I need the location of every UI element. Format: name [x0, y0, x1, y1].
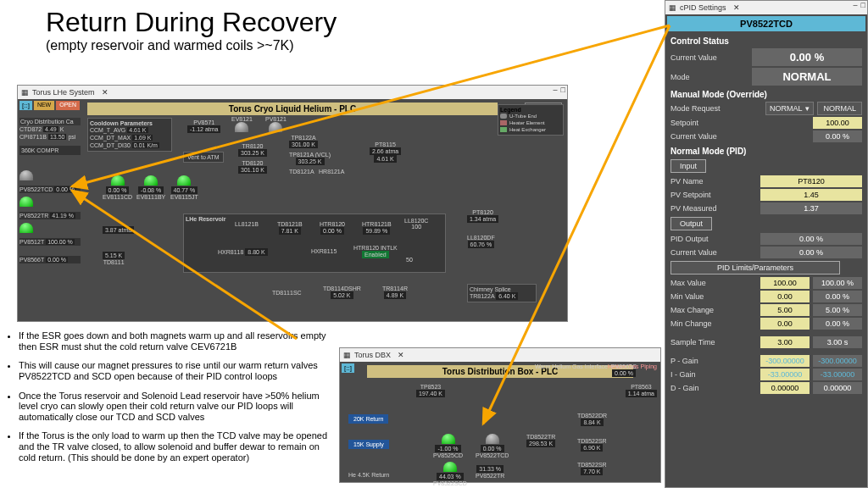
maxc2-v: 5.00 %: [813, 304, 862, 316]
max-l: Max Value: [670, 279, 757, 287]
cooldown-panel: Cooldown Parameters CCM_T_AVG4.61 K CCM_…: [87, 118, 172, 152]
max-icon[interactable]: □: [561, 86, 565, 94]
valve-icon[interactable]: [19, 223, 33, 233]
chimney-box: Chimney Splice TR8122A 6.40 K: [467, 284, 537, 302]
d2-v: 0.00000: [813, 382, 862, 394]
d-l: D - Gain: [670, 384, 757, 392]
plc1-title: Torus Cryo Liquid Helium - PLC: [87, 103, 498, 115]
min1-input[interactable]: 0.00: [760, 291, 810, 302]
mode-label: Mode: [670, 73, 748, 81]
valve-icon[interactable]: [486, 434, 499, 444]
cpid-titlebar[interactable]: ▦ cPID Settings ✕ –□: [665, 1, 867, 14]
expand-button[interactable]: [::]: [342, 363, 354, 373]
pidout-l: PID Output: [670, 235, 757, 243]
minc2-v: 0.00 %: [813, 318, 862, 330]
max-icon[interactable]: □: [861, 1, 865, 9]
i2-v: -33.00000: [813, 369, 862, 380]
plc1-window: ▦Torus LHe System✕–□ [::] NEW OPEN Torus…: [17, 85, 568, 322]
expand-button[interactable]: [::]: [19, 101, 32, 110]
close-icon[interactable]: ✕: [733, 3, 740, 12]
minc1-input[interactable]: 0.00: [760, 318, 810, 330]
heater-icon: [500, 120, 507, 125]
list-item: Once the Torus reservoir and Solenoid Le…: [19, 391, 332, 423]
modereq-dropdown[interactable]: NORMAL▾: [765, 102, 815, 115]
cv-label: Current Value: [670, 53, 748, 62]
valve-icon[interactable]: [19, 170, 33, 180]
maxc-l: Max Change: [670, 306, 757, 314]
sp-input[interactable]: 100.00: [813, 117, 862, 129]
he4-label: He 4.5K Return: [348, 472, 389, 478]
close-icon[interactable]: ✕: [398, 351, 404, 359]
valve-icon[interactable]: [235, 122, 248, 132]
p-l: P - Gain: [670, 357, 757, 365]
plc1-sidebar: Cryo Distribution Ca CTD8724.49K CPI8711…: [19, 118, 81, 263]
pvname-input[interactable]: PT8120: [760, 175, 862, 187]
sp-label: Setpoint: [670, 119, 810, 127]
chevron-down-icon: ▾: [805, 104, 810, 113]
utube-icon: [500, 114, 507, 119]
list-item: This will cause our magnet pressures to …: [19, 360, 332, 381]
manual-h: Manual Mode (Override): [665, 86, 867, 101]
plc1-titlebar[interactable]: ▦Torus LHe System✕–□: [18, 86, 567, 99]
ret20-label: 20K Return: [348, 414, 388, 424]
valve-icon[interactable]: [443, 462, 457, 472]
input-button[interactable]: Input: [670, 159, 706, 173]
minc-l: Min Change: [670, 319, 757, 328]
lhe-reservoir: LHe Reservoir LL8121B TD8121B7.81 K HTR8…: [183, 214, 446, 273]
mode-value: NORMAL: [752, 68, 862, 86]
min-l: Min Value: [670, 292, 757, 301]
plc2-window: ▦Torus DBX✕ [::] Torus Distribution Box …: [339, 347, 661, 483]
st-l: Sample Time: [670, 338, 757, 347]
plc1-wtitle: Torus LHe System: [32, 88, 95, 97]
window-icon: ▦: [21, 88, 29, 97]
max1-input[interactable]: 100.00: [760, 277, 810, 289]
min2-v: 0.00 %: [813, 291, 862, 302]
new-button[interactable]: NEW: [34, 101, 54, 110]
list-item: If the Torus is the only load to warm up…: [19, 430, 332, 463]
open-button[interactable]: OPEN: [56, 101, 80, 110]
window-icon: ▦: [669, 3, 676, 12]
max2-v: 100.00 %: [813, 277, 862, 289]
pvsp-l: PV Setpoint: [670, 191, 757, 199]
valve-icon[interactable]: [19, 197, 33, 207]
i-l: I - Gain: [670, 370, 757, 379]
valve-icon[interactable]: [144, 175, 158, 186]
close-icon[interactable]: ✕: [102, 88, 108, 97]
modereq-label: Mode Request: [670, 104, 762, 113]
min-icon[interactable]: –: [854, 1, 858, 9]
valve-icon[interactable]: [177, 175, 191, 186]
limits-button[interactable]: PID Limits/Parameters: [670, 261, 840, 274]
p1-input[interactable]: -300.00000: [760, 355, 810, 367]
valve-icon[interactable]: [269, 122, 282, 132]
st2-v: 3.00 s: [813, 336, 862, 348]
pvmeas-l: PV Measured: [670, 204, 757, 213]
sup15-label: 15K Supply: [348, 440, 389, 449]
plc2-wtitle: Torus DBX: [354, 351, 391, 359]
pvsp-input[interactable]: 1.45: [760, 189, 862, 201]
ventatm-box: Vent to ATM: [183, 152, 224, 163]
list-item: If the ESR goes down and both magnets wa…: [19, 330, 332, 352]
min-icon[interactable]: –: [554, 86, 558, 94]
mcv-label: Current Value: [670, 132, 810, 141]
mcv-value: 0.00 %: [813, 130, 862, 142]
window-icon: ▦: [343, 351, 351, 359]
legend: Legend U-Tube End Heater Element Heat Ex…: [498, 104, 564, 136]
maxc1-input[interactable]: 5.00: [760, 304, 810, 316]
cpid-win-title: cPID Settings: [680, 3, 726, 12]
valve-icon[interactable]: [442, 434, 455, 444]
cpid-window: ▦ cPID Settings ✕ –□ PV8522TCD Control S…: [665, 0, 868, 488]
cpid-device: PV8522TCD: [667, 16, 865, 31]
pvname-l: PV Name: [670, 177, 757, 186]
pidout-v: 0.00 %: [760, 233, 862, 245]
valve-icon[interactable]: [111, 175, 125, 186]
plc2-titlebar[interactable]: ▦Torus DBX✕: [340, 348, 660, 362]
ncv-l: Current Value: [670, 248, 757, 257]
normal-h: Normal Mode (PID): [665, 143, 867, 158]
bullet-list: If the ESR goes down and both magnets wa…: [19, 330, 332, 471]
st1-input[interactable]: 3.00: [760, 336, 810, 348]
d1-input[interactable]: 0.00000: [760, 382, 810, 394]
modereq-button[interactable]: NORMAL: [817, 102, 862, 115]
i1-input[interactable]: -33.00000: [760, 369, 810, 380]
output-button[interactable]: Output: [670, 217, 712, 230]
side-h: Cryo Distribution Ca: [19, 118, 81, 125]
